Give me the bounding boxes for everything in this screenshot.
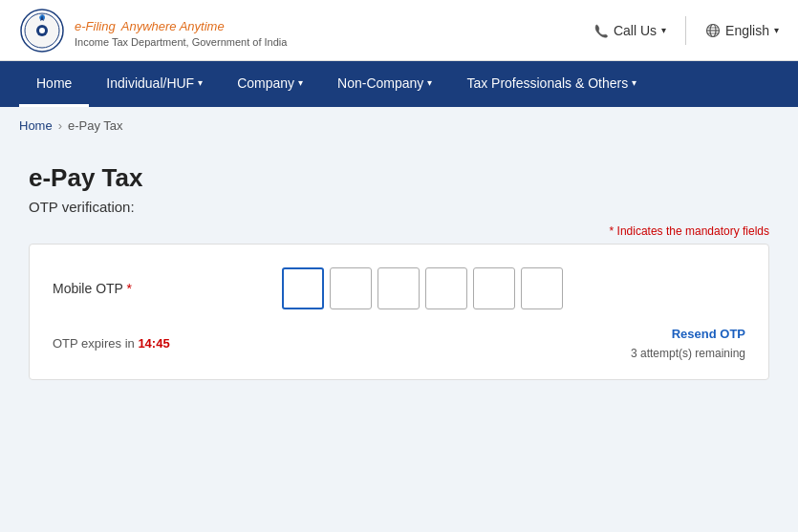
otp-input-6[interactable] — [521, 267, 563, 309]
logo-subtitle: Income Tax Department, Government of Ind… — [75, 36, 287, 48]
svg-point-5 — [39, 28, 45, 33]
nav-company[interactable]: Company ▾ — [220, 61, 320, 107]
language-label: English — [725, 23, 769, 38]
resend-attempts-area: Resend OTP 3 attempt(s) remaining — [631, 327, 745, 360]
main-navbar: Home Individual/HUF ▾ Company ▾ Non-Comp… — [0, 61, 798, 107]
emblem-icon: 🔵 — [19, 8, 65, 53]
resend-otp-button[interactable]: Resend OTP — [631, 327, 745, 341]
otp-timer: 14:45 — [138, 336, 169, 351]
breadcrumb-separator: › — [58, 118, 62, 133]
nav-company-chevron: ▾ — [298, 77, 303, 88]
main-content: e-Pay Tax OTP verification: * Indicates … — [0, 144, 798, 531]
logo-efiling: e-Filing Anywhere Anytime — [75, 12, 287, 35]
breadcrumb-current: e-Pay Tax — [68, 118, 123, 133]
logo-tagline: Anywhere Anytime — [121, 19, 225, 33]
logo-text: e-Filing Anywhere Anytime Income Tax Dep… — [75, 12, 287, 47]
page-title: e-Pay Tax — [29, 163, 769, 193]
nav-tax-chevron: ▾ — [632, 77, 636, 88]
nav-noncompany-chevron: ▾ — [427, 77, 432, 88]
otp-section-label: OTP verification: — [29, 199, 769, 215]
mandatory-note: * Indicates the mandatory fields — [29, 224, 769, 238]
mobile-otp-label: Mobile OTP * — [53, 281, 205, 296]
nav-individual-chevron: ▾ — [198, 77, 203, 88]
otp-card: Mobile OTP * OTP expires in 14:45 Re — [29, 244, 769, 380]
nav-noncompany[interactable]: Non-Company ▾ — [320, 61, 449, 107]
mandatory-star: * — [610, 224, 615, 238]
nav-tax-professionals[interactable]: Tax Professionals & Others ▾ — [449, 61, 654, 107]
otp-input-3[interactable] — [377, 267, 420, 309]
header-separator — [685, 16, 686, 45]
call-us-chevron: ▾ — [661, 25, 666, 35]
call-us-button[interactable]: Call Us ▾ — [593, 23, 666, 38]
breadcrumb: Home › e-Pay Tax — [0, 107, 798, 144]
phone-icon — [593, 23, 609, 38]
globe-icon — [705, 23, 721, 38]
site-header: 🔵 e-Filing Anywhere Anytime Income Tax D… — [0, 0, 798, 61]
expires-resend-row: OTP expires in 14:45 Resend OTP 3 attemp… — [53, 327, 745, 360]
otp-input-4[interactable] — [425, 267, 467, 309]
nav-individual[interactable]: Individual/HUF ▾ — [89, 61, 220, 107]
otp-required-star: * — [127, 281, 132, 296]
logo-area: 🔵 e-Filing Anywhere Anytime Income Tax D… — [19, 8, 287, 53]
breadcrumb-home[interactable]: Home — [19, 118, 53, 133]
nav-home[interactable]: Home — [19, 61, 89, 107]
otp-row: Mobile OTP * — [53, 267, 745, 309]
otp-expires-text: OTP expires in 14:45 — [53, 336, 170, 351]
language-button[interactable]: English ▾ — [705, 23, 779, 38]
call-us-label: Call Us — [614, 23, 657, 38]
otp-input-1[interactable] — [282, 267, 324, 309]
otp-inputs — [282, 267, 563, 309]
attempts-remaining: 3 attempt(s) remaining — [631, 347, 745, 360]
header-right: Call Us ▾ English ▾ — [593, 16, 779, 45]
otp-input-2[interactable] — [330, 267, 372, 309]
otp-input-5[interactable] — [473, 267, 515, 309]
language-chevron: ▾ — [774, 25, 779, 35]
